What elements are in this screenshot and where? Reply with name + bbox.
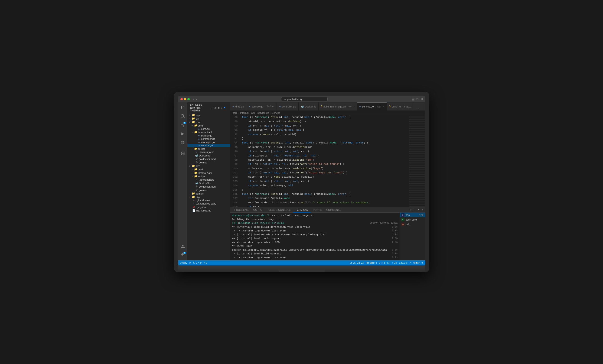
status-branch[interactable]: ⎇ dev	[180, 262, 187, 264]
panel-tab-comments[interactable]: COMMENTS	[324, 207, 343, 212]
status-sync[interactable]: ↺	[189, 262, 191, 264]
breadcrumb-api[interactable]: api	[251, 112, 255, 114]
panel-menu-icon[interactable]: ⋯	[413, 208, 416, 212]
panel-tab-debug-console[interactable]: DEBUG CONSOLE	[266, 207, 293, 212]
error-icon: ⓪	[193, 261, 195, 264]
status-tab-size[interactable]: Tab Size: 4	[365, 262, 377, 264]
tree-item-dm1-cmd[interactable]: › 📁 cmd	[187, 168, 230, 171]
tree-item-go-mod[interactable]: ⚙ go.mod	[187, 161, 230, 164]
tree-item-gitignore[interactable]: ⊘ .gitignore	[187, 205, 230, 209]
tab-label: build_run_imag…	[392, 105, 412, 108]
panel-close-icon[interactable]: ×	[421, 208, 423, 212]
activity-icon-account[interactable]	[179, 242, 187, 250]
tree-item-internal-api[interactable]: ∨ 📁 internal / api	[187, 130, 230, 134]
status-position[interactable]: Ln 25, Col 23	[350, 262, 364, 264]
tab-dockerfile[interactable]: 🐋 Dockerfile	[299, 102, 319, 111]
tree-item-dm1-go-mod[interactable]: ⚙ go.mod	[187, 188, 230, 192]
tree-item-bin[interactable]: › 📁 bin	[187, 117, 230, 120]
panel-tab-output[interactable]: OUTPUT	[251, 207, 266, 212]
activity-icon-run[interactable]	[179, 130, 187, 138]
panel-tab-terminal[interactable]: TERMINAL	[293, 207, 311, 212]
tree-item-scripts[interactable]: › 📁 scripts	[187, 147, 230, 150]
panel-add-icon[interactable]: +	[409, 208, 411, 212]
tree-item-go-docker-mod[interactable]: ⚙ go.docker.mod	[187, 157, 230, 161]
tree-item-dm1-dockerfile[interactable]: 🐋 Dockerfile	[187, 181, 230, 185]
tree-item-dm1-dockerignore[interactable]: ≡ .dockerignore	[187, 178, 230, 181]
panel-minimize-icon[interactable]: ∧	[417, 208, 419, 212]
panel-tab-ports[interactable]: PORTS	[311, 207, 324, 212]
layout-icon-2[interactable]: ⊟	[416, 98, 419, 101]
code-editor[interactable]: 8889909192 9394959697 9899100101102 1031…	[230, 115, 409, 207]
breadcrumb-core[interactable]: core	[233, 112, 238, 114]
panel-tab-problems[interactable]: PROBLEMS	[232, 207, 251, 212]
shell-item-zsh[interactable]: % zsh	[400, 222, 425, 227]
tree-item-pkg[interactable]: › 📁 pkg	[187, 195, 230, 199]
activity-icon-source-control[interactable]: 1	[179, 121, 187, 129]
maximize-button[interactable]	[187, 98, 190, 100]
term-text: => => transferring context: 66B	[232, 241, 280, 244]
status-encoding[interactable]: UTF-8	[379, 262, 385, 264]
tree-item-gitattributes[interactable]: ≡ .gitattributes	[187, 199, 230, 202]
breadcrumb-service-class[interactable]: Service_	[272, 112, 282, 114]
tab-dm1-go[interactable]: ∞ dm1.go	[230, 102, 247, 111]
refresh-icon[interactable]: ↻	[218, 107, 220, 109]
tab-build-run-imag[interactable]: $ build_run_imag…	[387, 102, 414, 111]
tree-item-app[interactable]: › 📁 app	[187, 113, 230, 117]
tab-build-run-sh[interactable]: $ build_run_image.sh core/…	[319, 102, 357, 111]
status-version[interactable]: 1.22.2 ⊙	[399, 262, 408, 264]
status-eol[interactable]: LF	[387, 262, 390, 264]
forward-button[interactable]: ›	[196, 97, 197, 101]
tree-item-dm1-go-docker-mod[interactable]: ⚙ go.docker.mod	[187, 185, 230, 188]
status-errors[interactable]: ⓪ 0 △ 0	[193, 261, 202, 264]
tree-item-builder-go[interactable]: ∞ builder.go	[187, 134, 230, 137]
close-button[interactable]	[180, 98, 183, 100]
tab-controller-go[interactable]: ∞ controller.go	[277, 102, 298, 111]
tree-item-dm1[interactable]: ∨ 📁 dm1	[187, 164, 230, 168]
activity-icon-extensions[interactable]	[179, 139, 187, 147]
shell-split-icon[interactable]: ⊟	[418, 214, 420, 216]
shell-trash-icon[interactable]: 🗑	[421, 214, 424, 216]
activity-icon-search[interactable]	[179, 112, 187, 121]
tab-close-icon[interactable]: ×	[383, 105, 384, 108]
new-file-icon[interactable]: +	[211, 107, 213, 109]
tree-item-gitattributes-copy[interactable]: ≡ .gitattributes copy	[187, 202, 230, 205]
minimize-button[interactable]	[184, 98, 186, 100]
tree-label: controller.go	[201, 137, 215, 140]
shell-item-bash[interactable]: $ bas… ⊟ 🗑	[400, 213, 425, 217]
status-go[interactable]: ↑ Go	[392, 262, 397, 264]
status-format[interactable]: ✓ Prettier	[409, 262, 419, 264]
layout-icon-3[interactable]: ⊞	[420, 98, 423, 101]
breadcrumb-internal[interactable]: internal	[240, 112, 249, 114]
tree-item-domain[interactable]: › 📁 domain	[187, 192, 230, 195]
status-sync-right[interactable]: ⟳	[421, 262, 423, 264]
tree-item-core[interactable]: ∨ 📁 core	[187, 120, 230, 124]
activity-icon-settings[interactable]: 1	[179, 251, 187, 259]
collapse-icon[interactable]: ↕	[221, 107, 222, 109]
panel-right-icons: + ⋯ ∧ ×	[409, 208, 423, 212]
status-info[interactable]: ✕ 0	[203, 262, 207, 264]
tab-overflow-menu[interactable]: …	[414, 104, 421, 111]
tab-service-go-builder[interactable]: ∞ service.go …/builder	[246, 102, 277, 111]
tree-label: Dockerfile	[199, 154, 210, 157]
tab-service-go-api[interactable]: ∞ service.go …/api ×	[357, 102, 387, 111]
tree-item-dockerfile[interactable]: 🐋 Dockerfile	[187, 154, 230, 157]
tree-item-readme[interactable]: 📄 README.md	[187, 209, 230, 212]
back-button[interactable]: ‹	[193, 97, 195, 101]
tree-item-dm1-internal-api[interactable]: › 📁 internal / api	[187, 171, 230, 175]
new-folder-icon[interactable]: ⊕	[214, 107, 216, 109]
shell-item-bash-core[interactable]: $ bash core	[400, 217, 425, 222]
term-docker-desktop: docker:desktop-linux	[370, 221, 397, 225]
tree-item-core-go[interactable]: ∞ core.go	[187, 127, 230, 130]
activity-icon-files[interactable]	[179, 103, 187, 112]
layout-icon-1[interactable]: ▤	[412, 98, 415, 101]
tree-item-dm1-scripts[interactable]: › 📁 scripts	[187, 175, 230, 178]
breadcrumb-service-go[interactable]: service.go	[257, 112, 269, 114]
terminal-main[interactable]: drabarrera@devhost dm1 % ./scripts/build…	[230, 213, 400, 260]
tree-item-manager-go[interactable]: ∞ manager.go	[187, 140, 230, 144]
tree-item-controller-go[interactable]: ∞ controller.go	[187, 137, 230, 140]
tree-item-service-go[interactable]: ∞ service.go	[187, 144, 230, 147]
tree-item-dockerignore[interactable]: ≡ .dockerignore	[187, 150, 230, 154]
tree-item-cmd[interactable]: ∨ 📁 cmd	[187, 124, 230, 127]
search-box[interactable]: ⌕ grapht-theory	[281, 97, 328, 101]
activity-icon-remote[interactable]	[179, 149, 187, 158]
